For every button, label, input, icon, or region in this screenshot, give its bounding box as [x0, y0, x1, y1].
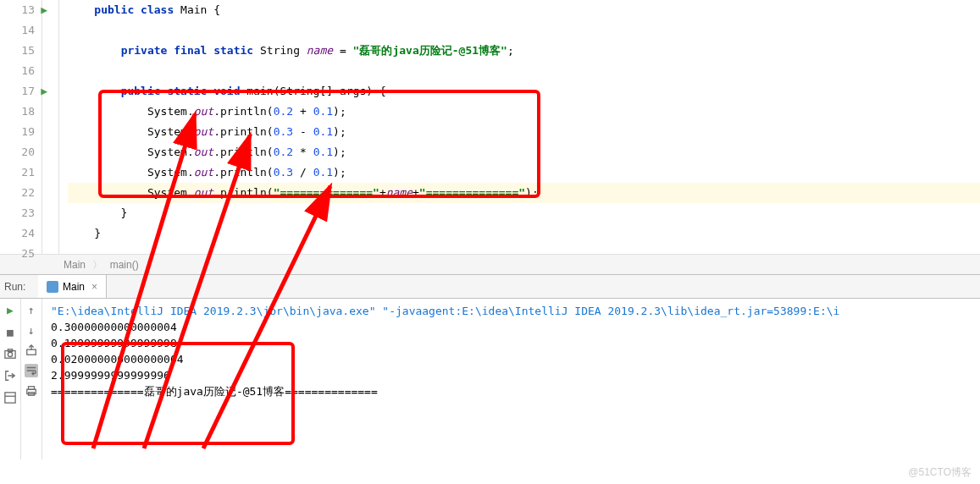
- line-number[interactable]: 16: [0, 61, 35, 81]
- run-body: ▶ ■ ↑ ↓ "E:\idea\IntelliJ: [0, 299, 980, 459]
- gutter-icons-column: [42, 0, 59, 254]
- code-line[interactable]: [68, 244, 980, 264]
- code-editor: 13▶14151617▶1819202122232425 public clas…: [0, 0, 980, 254]
- code-line[interactable]: private final static String name = "磊哥的j…: [68, 41, 980, 61]
- run-label: Run:: [0, 275, 38, 298]
- run-gutter-icon[interactable]: ▶: [41, 81, 47, 102]
- run-gutter-icon[interactable]: ▶: [41, 0, 47, 20]
- code-line[interactable]: public static void main(String[] args) {: [68, 81, 980, 102]
- line-number[interactable]: 22: [0, 183, 35, 203]
- code-content[interactable]: public class Main { private final static…: [59, 0, 980, 254]
- console-line: "E:\idea\IntelliJ IDEA 2019.2.3\jbr\bin\…: [51, 303, 972, 319]
- code-line[interactable]: [68, 20, 980, 41]
- exit-icon[interactable]: [3, 369, 17, 382]
- code-line[interactable]: System.out.println(0.2 + 0.1);: [68, 102, 980, 122]
- run-toolbar-left: ▶ ■: [0, 299, 21, 459]
- code-line[interactable]: }: [68, 223, 980, 244]
- run-tab-label: Main: [63, 275, 85, 299]
- line-number-gutter: 13▶14151617▶1819202122232425: [0, 0, 42, 254]
- line-number[interactable]: 15: [0, 41, 35, 61]
- breadcrumb-method[interactable]: main(): [110, 259, 139, 271]
- svg-rect-5: [27, 349, 36, 355]
- close-icon[interactable]: ×: [91, 275, 97, 299]
- code-line[interactable]: [68, 61, 980, 81]
- console-line: 2.9999999999999996: [51, 367, 972, 383]
- code-line[interactable]: }: [68, 203, 980, 223]
- console-line: 0.19999999999999998: [51, 335, 972, 351]
- line-number[interactable]: 17▶: [0, 81, 35, 102]
- down-icon[interactable]: ↓: [25, 323, 38, 337]
- console-line: ==============磊哥的java历险记-@51博客==========…: [51, 383, 972, 399]
- line-number[interactable]: 21: [0, 162, 35, 183]
- breadcrumb-separator: 〉: [92, 259, 102, 271]
- class-icon: [47, 281, 58, 293]
- camera-icon[interactable]: [3, 347, 17, 360]
- run-tool-window: Run: Main × ▶ ■ ↑ ↓: [0, 275, 980, 459]
- line-number[interactable]: 13▶: [0, 0, 35, 20]
- line-number[interactable]: 24: [0, 223, 35, 244]
- print-icon[interactable]: [25, 384, 38, 398]
- run-tab-main[interactable]: Main ×: [38, 275, 107, 298]
- code-line[interactable]: System.out.println("=============="+name…: [68, 183, 980, 203]
- run-toolbar-mid: ↑ ↓: [21, 299, 42, 459]
- soft-wrap-icon[interactable]: [25, 364, 38, 377]
- console-line: 0.30000000000000004: [51, 319, 972, 335]
- code-line[interactable]: public class Main {: [68, 0, 980, 20]
- run-header: Run: Main ×: [0, 275, 980, 299]
- watermark: @51CTO博客: [908, 465, 972, 480]
- code-line[interactable]: System.out.println(0.3 - 0.1);: [68, 122, 980, 142]
- line-number[interactable]: 20: [0, 142, 35, 162]
- line-number[interactable]: 14: [0, 20, 35, 41]
- export-icon[interactable]: [25, 344, 38, 357]
- line-number[interactable]: 25: [0, 244, 35, 264]
- svg-point-2: [8, 352, 12, 356]
- line-number[interactable]: 19: [0, 122, 35, 142]
- breadcrumb-class[interactable]: Main: [64, 259, 86, 271]
- rerun-icon[interactable]: ▶: [3, 303, 17, 316]
- up-icon[interactable]: ↑: [25, 303, 38, 316]
- layout-icon[interactable]: [3, 391, 17, 404]
- stop-icon[interactable]: ■: [3, 325, 17, 338]
- console-output[interactable]: "E:\idea\IntelliJ IDEA 2019.2.3\jbr\bin\…: [42, 299, 980, 459]
- svg-rect-3: [5, 393, 15, 403]
- console-line: 0.020000000000000004: [51, 351, 972, 367]
- line-number[interactable]: 23: [0, 203, 35, 223]
- line-number[interactable]: 18: [0, 102, 35, 122]
- code-line[interactable]: System.out.println(0.2 * 0.1);: [68, 142, 980, 162]
- code-line[interactable]: System.out.println(0.3 / 0.1);: [68, 162, 980, 183]
